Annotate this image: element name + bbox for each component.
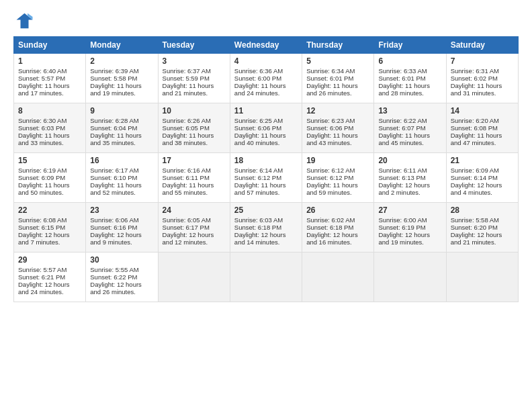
calendar-cell: 21Sunrise: 6:09 AMSunset: 6:14 PMDayligh… xyxy=(446,153,518,203)
day-info: Sunset: 6:08 PM xyxy=(451,124,514,132)
calendar-week-5: 29Sunrise: 5:57 AMSunset: 6:21 PMDayligh… xyxy=(14,253,519,302)
day-number: 24 xyxy=(163,205,226,215)
day-info: Sunset: 6:00 PM xyxy=(234,75,298,82)
day-info: Sunset: 6:20 PM xyxy=(451,224,514,231)
day-info: Daylight: 12 hours xyxy=(163,231,226,238)
day-number: 6 xyxy=(378,56,441,66)
day-info: Daylight: 12 hours xyxy=(234,231,298,238)
day-info: Daylight: 11 hours xyxy=(90,181,153,189)
day-info: and 24 minutes. xyxy=(234,89,298,97)
calendar-cell: 28Sunrise: 5:58 AMSunset: 6:20 PMDayligh… xyxy=(446,203,518,253)
day-info: Sunset: 6:17 PM xyxy=(163,224,226,231)
day-info: Sunset: 6:11 PM xyxy=(163,174,226,181)
day-info: Sunrise: 6:00 AM xyxy=(378,216,441,224)
calendar-week-1: 1Sunrise: 6:40 AMSunset: 5:57 PMDaylight… xyxy=(14,54,519,103)
day-info: Sunrise: 6:37 AM xyxy=(163,67,226,75)
day-number: 28 xyxy=(451,205,514,215)
day-info: Sunrise: 6:28 AM xyxy=(90,117,153,124)
day-info: Daylight: 11 hours xyxy=(163,82,226,89)
logo xyxy=(13,11,36,31)
calendar-cell: 4Sunrise: 6:36 AMSunset: 6:00 PMDaylight… xyxy=(230,54,302,103)
col-header-friday: Friday xyxy=(374,37,446,54)
day-number: 22 xyxy=(18,205,81,215)
day-info: Daylight: 12 hours xyxy=(306,231,369,238)
day-info: Sunrise: 6:26 AM xyxy=(163,117,226,124)
day-info: Sunrise: 6:33 AM xyxy=(378,67,441,75)
calendar-cell: 11Sunrise: 6:25 AMSunset: 6:06 PMDayligh… xyxy=(230,103,302,153)
day-info: Sunset: 6:19 PM xyxy=(378,224,441,231)
day-info: Daylight: 12 hours xyxy=(378,231,441,238)
calendar-cell: 24Sunrise: 6:05 AMSunset: 6:17 PMDayligh… xyxy=(158,203,230,253)
calendar-cell: 30Sunrise: 5:55 AMSunset: 6:22 PMDayligh… xyxy=(86,253,158,302)
day-info: and 26 minutes. xyxy=(306,89,369,97)
day-info: Daylight: 11 hours xyxy=(18,181,81,189)
day-info: Sunrise: 6:30 AM xyxy=(18,117,81,124)
day-info: Sunset: 5:57 PM xyxy=(18,75,81,82)
day-number: 10 xyxy=(163,106,226,116)
calendar-cell: 2Sunrise: 6:39 AMSunset: 5:58 PMDaylight… xyxy=(86,54,158,103)
day-number: 29 xyxy=(18,255,81,265)
day-info: Sunrise: 6:31 AM xyxy=(451,67,514,75)
day-info: Sunset: 6:03 PM xyxy=(18,124,81,132)
day-number: 14 xyxy=(451,106,514,116)
day-info: and 9 minutes. xyxy=(90,238,153,246)
day-info: and 19 minutes. xyxy=(378,238,441,246)
calendar-cell: 15Sunrise: 6:19 AMSunset: 6:09 PMDayligh… xyxy=(14,153,86,203)
day-info: and 59 minutes. xyxy=(306,189,369,196)
day-info: Sunrise: 6:09 AM xyxy=(451,167,514,174)
calendar-cell: 17Sunrise: 6:16 AMSunset: 6:11 PMDayligh… xyxy=(158,153,230,203)
day-info: Sunrise: 6:14 AM xyxy=(234,167,298,174)
day-info: and 52 minutes. xyxy=(90,189,153,196)
calendar-cell xyxy=(230,253,302,302)
day-number: 1 xyxy=(18,56,81,66)
day-number: 25 xyxy=(234,205,298,215)
day-info: Daylight: 12 hours xyxy=(18,281,81,288)
col-header-sunday: Sunday xyxy=(14,37,86,54)
day-number: 20 xyxy=(378,156,441,165)
day-number: 26 xyxy=(306,205,369,215)
day-info: and 57 minutes. xyxy=(234,189,298,196)
col-header-wednesday: Wednesday xyxy=(230,37,302,54)
day-info: Sunset: 6:13 PM xyxy=(378,174,441,181)
day-number: 13 xyxy=(378,106,441,116)
day-number: 30 xyxy=(90,255,153,265)
day-info: Sunset: 6:12 PM xyxy=(234,174,298,181)
day-number: 3 xyxy=(163,56,226,66)
page: SundayMondayTuesdayWednesdayThursdayFrid… xyxy=(0,0,532,411)
day-info: Sunrise: 6:02 AM xyxy=(306,216,369,224)
day-info: Daylight: 11 hours xyxy=(306,82,369,89)
day-info: Sunset: 5:58 PM xyxy=(90,75,153,82)
calendar-cell xyxy=(446,253,518,302)
day-info: Sunset: 6:05 PM xyxy=(163,124,226,132)
calendar-cell xyxy=(374,253,446,302)
day-info: and 33 minutes. xyxy=(18,139,81,146)
day-info: and 21 minutes. xyxy=(451,238,514,246)
day-info: Daylight: 11 hours xyxy=(451,132,514,139)
day-number: 23 xyxy=(90,205,153,215)
calendar-cell: 19Sunrise: 6:12 AMSunset: 6:12 PMDayligh… xyxy=(302,153,374,203)
day-info: Sunset: 6:16 PM xyxy=(90,224,153,231)
day-info: and 24 minutes. xyxy=(18,288,81,295)
day-info: and 38 minutes. xyxy=(163,139,226,146)
day-number: 11 xyxy=(234,106,298,116)
day-info: Daylight: 11 hours xyxy=(234,82,298,89)
day-info: Sunset: 6:18 PM xyxy=(234,224,298,231)
day-info: Sunrise: 6:34 AM xyxy=(306,67,369,75)
day-info: and 31 minutes. xyxy=(451,89,514,97)
calendar-cell: 16Sunrise: 6:17 AMSunset: 6:10 PMDayligh… xyxy=(86,153,158,203)
day-info: Daylight: 12 hours xyxy=(451,231,514,238)
calendar-cell: 10Sunrise: 6:26 AMSunset: 6:05 PMDayligh… xyxy=(158,103,230,153)
day-info: Daylight: 11 hours xyxy=(234,132,298,139)
day-number: 27 xyxy=(378,205,441,215)
day-info: Sunset: 6:04 PM xyxy=(90,124,153,132)
calendar-week-3: 15Sunrise: 6:19 AMSunset: 6:09 PMDayligh… xyxy=(14,153,519,203)
day-number: 5 xyxy=(306,56,369,66)
day-info: Sunrise: 6:22 AM xyxy=(378,117,441,124)
calendar-cell: 6Sunrise: 6:33 AMSunset: 6:01 PMDaylight… xyxy=(374,54,446,103)
day-info: Daylight: 11 hours xyxy=(163,181,226,189)
day-number: 18 xyxy=(234,156,298,165)
day-info: Sunset: 6:22 PM xyxy=(90,273,153,281)
day-info: Sunset: 6:10 PM xyxy=(90,174,153,181)
day-info: Daylight: 11 hours xyxy=(90,82,153,89)
col-header-monday: Monday xyxy=(86,37,158,54)
